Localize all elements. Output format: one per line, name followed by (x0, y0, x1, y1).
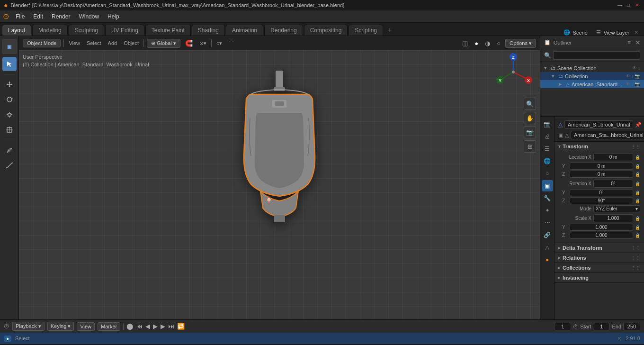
prev-frame-button[interactable]: ◀ (145, 323, 150, 330)
camera-button[interactable]: 📷 (524, 126, 536, 138)
scale-lock-z[interactable]: 🔒 (635, 233, 640, 238)
collections-options[interactable]: ⋮⋮ (631, 265, 640, 271)
tab-rendering[interactable]: Rendering (264, 25, 303, 36)
maximize-button[interactable]: □ (625, 2, 632, 9)
axis-gizmo[interactable]: X Y Z (494, 53, 532, 91)
outliner-close-button[interactable]: ✕ (635, 39, 640, 46)
scene-name[interactable]: Scene (573, 30, 588, 36)
relations-options[interactable]: ⋮⋮ (631, 255, 640, 261)
transform-tool-button[interactable] (2, 123, 17, 137)
tree-item-collection[interactable]: ▾ 🗂 Collection 👁 ↓ 📷 (540, 72, 644, 80)
menu-help[interactable]: Help (104, 12, 123, 21)
scale-x-value[interactable]: 1.000 (593, 214, 633, 222)
minimize-button[interactable]: — (617, 2, 623, 9)
delta-options[interactable]: ⋮⋮ (631, 245, 640, 251)
modifier-props-tab[interactable]: 🔧 (542, 192, 553, 204)
constraints-tab[interactable]: 🔗 (542, 229, 553, 241)
lock-z-icon[interactable]: 🔒 (635, 172, 640, 177)
add-menu-button[interactable]: Add (106, 39, 119, 47)
tab-modeling[interactable]: Modeling (32, 25, 68, 36)
outliner-filter-button[interactable]: ≡ (627, 39, 631, 46)
jump-start-button[interactable]: ⏮ (136, 323, 143, 330)
physics-tab[interactable]: 〜 (542, 217, 553, 228)
tab-layout[interactable]: Layout (2, 25, 31, 36)
material-tab[interactable]: ● (542, 254, 553, 265)
view-layer-options[interactable]: ✕ (634, 29, 638, 36)
viewport[interactable]: Object Mode View Select Add Object ⊕ Glo… (19, 36, 540, 319)
tab-animation[interactable]: Animation (226, 25, 263, 36)
scale-lock-x[interactable]: 🔒 (635, 216, 640, 221)
add-workspace-button[interactable]: + (384, 24, 395, 36)
obj-render-icon[interactable]: 📷 (635, 82, 640, 87)
pan-button[interactable]: ✋ (524, 112, 536, 124)
particles-tab[interactable]: ✦ (542, 205, 553, 216)
rot-lock-z[interactable]: 🔒 (635, 199, 640, 203)
tree-item-scene-collection[interactable]: ▾ 🗂 Scene Collection 👁 ↓ (540, 64, 644, 72)
grid-button[interactable]: ⊞ (524, 140, 536, 153)
restrict-icon[interactable]: ↓ (631, 73, 634, 79)
play-button[interactable]: ▶ (153, 323, 158, 330)
transform-options[interactable]: ⋮⋮ (631, 144, 640, 149)
next-frame-button[interactable]: ▶ (161, 323, 165, 330)
blender-menu-icon[interactable]: ⊙ (3, 12, 9, 21)
measure-tool-button[interactable] (2, 158, 17, 172)
object-name-field[interactable]: American_S...brook_Urinal (564, 120, 633, 129)
scene-props-tab[interactable]: 🌐 (542, 155, 553, 167)
object-props-tab[interactable]: ▣ (542, 180, 553, 191)
view-menu-button[interactable]: View (67, 39, 82, 47)
rot-lock-y[interactable]: 🔒 (635, 191, 640, 195)
tab-uv-editing[interactable]: UV Editing (105, 25, 144, 36)
overlay-button[interactable]: ○▾ (215, 39, 224, 47)
keyframe-dot-icon[interactable]: ⬤ (126, 323, 134, 330)
select-tool-button[interactable] (2, 57, 17, 71)
shading-solid[interactable]: ● (473, 39, 480, 48)
menu-edit[interactable]: Edit (29, 12, 47, 21)
shading-curve[interactable]: ⌒ (227, 39, 236, 48)
relations-header[interactable]: ▸ Relations ⋮⋮ (555, 253, 644, 263)
obj-eye-icon[interactable]: 👁 (626, 82, 630, 87)
visibility-icon[interactable]: 👁 (632, 65, 637, 71)
scale-tool-button[interactable] (2, 108, 17, 122)
pin-icon[interactable]: 📌 (635, 122, 642, 128)
mode-selector[interactable]: ▣ (2, 39, 17, 54)
obj-select-icon[interactable]: ↓ (631, 82, 634, 87)
move-tool-button[interactable] (2, 77, 17, 91)
loop-button[interactable]: 🔁 (177, 323, 185, 330)
transform-space-button[interactable]: ⊕ Global ▾ (147, 39, 180, 48)
proportional-edit-button[interactable]: ⊙▾ (197, 39, 208, 47)
jump-end-button[interactable]: ⏭ (168, 323, 174, 330)
select-menu-button[interactable]: Select (85, 39, 103, 47)
lock-x-icon[interactable]: 🔒 (635, 155, 640, 160)
scale-lock-y[interactable]: 🔒 (635, 225, 640, 230)
location-y-value[interactable]: 0 m (570, 163, 633, 170)
object-menu-button[interactable]: Object (122, 39, 141, 47)
output-props-tab[interactable]: 🖨 (542, 131, 553, 142)
collections-header[interactable]: ▸ Collections ⋮⋮ (555, 263, 644, 272)
object-mode-button[interactable]: Object Mode (23, 39, 61, 47)
title-bar-controls[interactable]: — □ ✕ (617, 2, 640, 9)
rotation-x-value[interactable]: 0° (593, 180, 633, 188)
mesh-name-field[interactable]: American_Sta...hbrook_Urinal (571, 131, 644, 139)
tab-shading[interactable]: Shading (192, 25, 225, 36)
close-button[interactable]: ✕ (634, 2, 640, 9)
menu-file[interactable]: File (12, 12, 28, 21)
view-layer-tab[interactable]: ☰ (542, 143, 553, 154)
viewport-options-button[interactable]: Options ▾ (505, 39, 536, 48)
rotate-tool-button[interactable] (2, 92, 17, 107)
tab-texture-paint[interactable]: Texture Paint (145, 25, 191, 36)
shading-lookdev[interactable]: ◑ (483, 39, 492, 48)
lock-y-icon[interactable]: 🔒 (635, 164, 640, 169)
location-z-value[interactable]: 0 m (570, 171, 633, 178)
marker-button[interactable]: Marker (98, 322, 120, 331)
shading-render[interactable]: ○ (495, 39, 502, 48)
scale-z-value[interactable]: 1.000 (570, 232, 633, 239)
data-tab[interactable]: △ (542, 242, 553, 253)
render-props-tab[interactable]: 📷 (542, 118, 553, 130)
playback-button[interactable]: Playback ▾ (12, 322, 45, 331)
shading-wire[interactable]: ◫ (460, 39, 470, 48)
annotate-tool-button[interactable] (2, 143, 17, 157)
rotation-z-value[interactable]: 90° (570, 197, 633, 204)
mode-dropdown[interactable]: XYZ Euler ▾ (593, 205, 640, 212)
tab-scripting[interactable]: Scripting (349, 25, 383, 36)
view-layer-name[interactable]: View Layer (604, 30, 629, 36)
